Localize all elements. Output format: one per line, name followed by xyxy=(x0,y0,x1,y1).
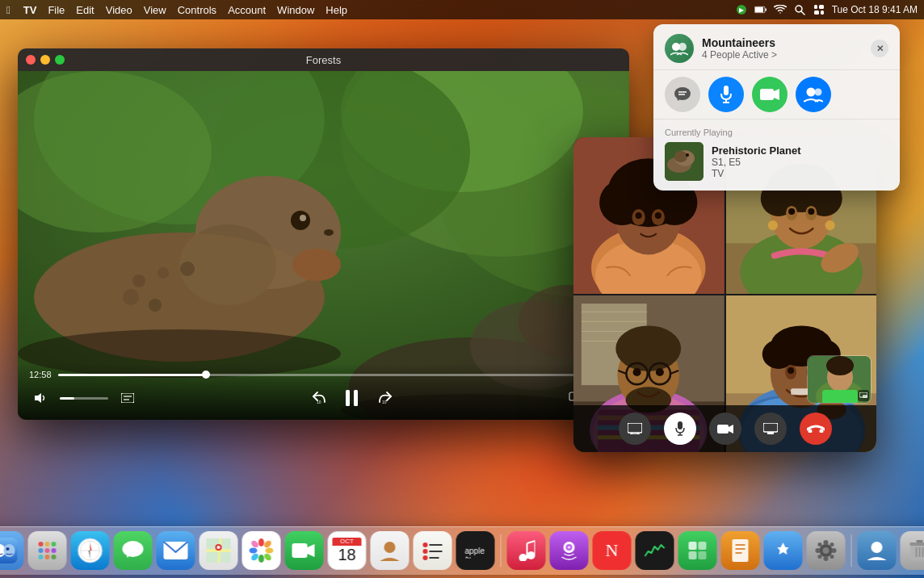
svg-rect-110 xyxy=(628,423,642,433)
control-center-icon[interactable] xyxy=(813,3,825,16)
dock: OCT 18 apple tv xyxy=(0,526,924,575)
dock-icon-contacts[interactable] xyxy=(371,531,410,570)
dock-icon-maps[interactable] xyxy=(200,531,238,570)
dock-icon-launchpad[interactable] xyxy=(28,531,67,570)
svg-point-70 xyxy=(788,208,795,215)
tv-video-content[interactable]: 12:58 -33:73 xyxy=(18,71,629,420)
shareplay-menubar-icon[interactable]: ▶ xyxy=(735,3,748,16)
dock-icon-appletv[interactable]: apple tv xyxy=(456,531,495,570)
svg-point-22 xyxy=(291,211,310,230)
svg-rect-206 xyxy=(689,542,697,550)
svg-rect-42 xyxy=(354,390,358,406)
svg-point-190 xyxy=(423,549,428,554)
tv-titlebar: ✕ − + Forests xyxy=(18,48,629,71)
progress-bar[interactable] xyxy=(58,374,586,376)
svg-point-157 xyxy=(45,548,50,553)
shareplay-camera-button[interactable] xyxy=(752,77,788,112)
svg-point-204 xyxy=(568,547,570,549)
svg-rect-9 xyxy=(814,10,819,15)
dock-icon-photos[interactable] xyxy=(242,531,281,570)
dock-icon-news[interactable]: N xyxy=(593,531,632,570)
shareplay-close-button[interactable]: ✕ xyxy=(871,40,888,57)
svg-point-86 xyxy=(615,325,681,371)
dock-icon-facetime[interactable] xyxy=(285,531,324,570)
svg-marker-36 xyxy=(35,393,41,403)
dock-icon-podcasts[interactable] xyxy=(550,531,589,570)
facetime-more-button[interactable] xyxy=(754,413,787,445)
svg-line-201 xyxy=(527,541,536,543)
svg-line-6 xyxy=(801,11,804,15)
svg-point-178 xyxy=(250,548,258,554)
svg-point-160 xyxy=(45,555,50,559)
maximize-button[interactable]: + xyxy=(55,55,65,65)
menu-video[interactable]: Video xyxy=(106,4,132,16)
dock-icon-numbers[interactable] xyxy=(678,531,717,570)
shareplay-group-name: Mountaineers xyxy=(702,36,871,49)
svg-point-181 xyxy=(262,539,272,549)
svg-point-142 xyxy=(815,89,822,96)
svg-point-156 xyxy=(39,548,44,553)
captions-icon[interactable] xyxy=(116,387,139,409)
svg-point-152 xyxy=(6,547,10,551)
battery-icon xyxy=(754,3,767,16)
minimize-button[interactable]: − xyxy=(40,55,50,65)
facetime-mic-button[interactable] xyxy=(664,413,696,445)
play-pause-button[interactable] xyxy=(338,384,366,412)
dock-icon-system-preferences[interactable] xyxy=(807,531,846,570)
menu-controls[interactable]: Controls xyxy=(178,4,216,16)
menu-help[interactable]: Help xyxy=(326,4,347,16)
svg-rect-119 xyxy=(763,423,778,432)
shareplay-mic-button[interactable] xyxy=(708,77,744,112)
dock-icon-messages[interactable] xyxy=(114,531,153,570)
svg-rect-4 xyxy=(754,7,762,12)
dock-icon-pages[interactable] xyxy=(721,531,760,570)
close-button[interactable]: ✕ xyxy=(26,55,36,65)
svg-point-30 xyxy=(149,299,162,312)
volume-slider[interactable] xyxy=(60,397,108,400)
forward-10-button[interactable]: 10 xyxy=(374,387,397,409)
svg-rect-7 xyxy=(814,5,817,9)
svg-marker-118 xyxy=(729,425,733,434)
apple-menu[interactable]:  xyxy=(6,4,10,16)
dock-icon-finder[interactable] xyxy=(0,531,24,570)
dock-icon-calendar[interactable]: OCT 18 xyxy=(328,531,367,570)
shareplay-people-button[interactable] xyxy=(796,77,831,112)
svg-point-187 xyxy=(384,542,396,553)
facetime-screen-share-button[interactable] xyxy=(619,413,651,445)
facetime-camera-button[interactable] xyxy=(709,413,741,445)
svg-rect-41 xyxy=(346,390,350,406)
svg-point-58 xyxy=(636,212,642,219)
menu-window[interactable]: Window xyxy=(277,4,314,16)
dock-icon-user[interactable] xyxy=(858,531,897,570)
svg-point-161 xyxy=(52,555,57,559)
menu-account[interactable]: Account xyxy=(228,4,266,16)
svg-point-25 xyxy=(292,249,341,281)
self-view-expand-icon[interactable] xyxy=(858,390,869,401)
svg-rect-8 xyxy=(819,5,824,9)
facetime-end-call-button[interactable] xyxy=(800,413,832,445)
shareplay-message-button[interactable] xyxy=(665,77,700,112)
svg-point-27 xyxy=(158,267,169,279)
dock-icon-reminders[interactable] xyxy=(414,531,452,570)
svg-point-224 xyxy=(872,542,883,553)
desktop:  TV File Edit Video View Controls Accou… xyxy=(0,0,924,578)
dock-icon-appstore[interactable] xyxy=(764,531,803,570)
rewind-10-button[interactable]: 10 xyxy=(308,387,330,409)
shareplay-popup: Mountaineers 4 People Active > ✕ xyxy=(653,24,900,191)
search-icon[interactable] xyxy=(793,3,806,16)
shareplay-header: Mountaineers 4 People Active > ✕ xyxy=(653,24,900,70)
show-thumbnail xyxy=(665,142,704,181)
video-controls: 12:58 -33:73 xyxy=(18,363,629,420)
dock-icon-trash[interactable] xyxy=(901,531,925,570)
svg-point-93 xyxy=(633,368,641,376)
svg-marker-140 xyxy=(774,89,779,100)
menu-edit[interactable]: Edit xyxy=(76,4,94,16)
dock-icon-stocks[interactable] xyxy=(636,531,674,570)
volume-icon[interactable] xyxy=(29,387,52,409)
menu-app-name[interactable]: TV xyxy=(23,4,37,16)
menu-view[interactable]: View xyxy=(144,4,166,16)
dock-icon-music[interactable] xyxy=(507,531,546,570)
dock-icon-mail[interactable] xyxy=(157,531,195,570)
menu-file[interactable]: File xyxy=(48,4,65,16)
dock-icon-safari[interactable] xyxy=(71,531,110,570)
